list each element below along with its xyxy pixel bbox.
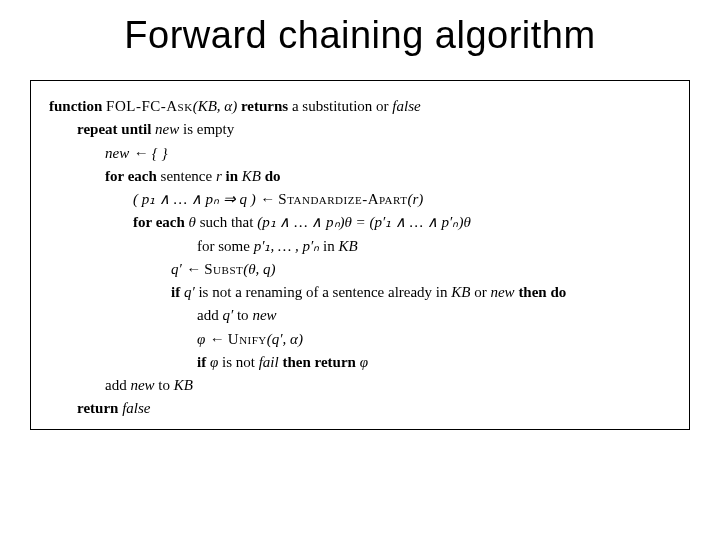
returns-desc: a substitution or xyxy=(292,98,389,114)
algo-line-14: return false xyxy=(49,397,677,420)
fn-name: FOL-FC-Ask xyxy=(106,98,193,114)
kw-repeat-until: repeat until xyxy=(77,121,151,137)
kw-return: return xyxy=(77,400,118,416)
assign-new-empty: new ← { } xyxy=(105,145,167,161)
txt-is-empty: is empty xyxy=(183,121,234,137)
algo-line-5: ( p₁ ∧ … ∧ pₙ ⇒ q ) ← Standardize-Apart(… xyxy=(49,188,677,211)
fn-subst: Subst xyxy=(204,261,243,277)
algo-line-9: if q′ is not a renaming of a sentence al… xyxy=(49,281,677,304)
unify-args: (q′, α) xyxy=(267,331,303,347)
txt-is-not: is not xyxy=(222,354,255,370)
txt-in-2: in xyxy=(323,238,335,254)
txt-add-1: add xyxy=(197,307,219,323)
txt-to-1: to xyxy=(237,307,249,323)
val-fail: fail xyxy=(259,354,279,370)
var-kb-2: KB xyxy=(338,238,357,254)
var-kb-1: KB xyxy=(242,168,261,184)
kw-for-each-1: for each xyxy=(105,168,157,184)
var-new-4: new xyxy=(130,377,154,393)
algo-line-13: add new to KB xyxy=(49,374,677,397)
algo-line-12: if φ is not fail then return φ xyxy=(49,351,677,374)
algorithm-box: function FOL-FC-Ask(KB, α) returns a sub… xyxy=(30,80,690,430)
txt-for-some: for some xyxy=(197,238,250,254)
kw-do-1: do xyxy=(265,168,281,184)
unify-equation: (p₁ ∧ … ∧ pₙ)θ = (p′₁ ∧ … ∧ p′ₙ)θ xyxy=(257,214,471,230)
fn-unify: Unify xyxy=(228,331,267,347)
vars-pprime: p′₁, … , p′ₙ xyxy=(254,238,320,254)
var-qprime: q′ xyxy=(184,284,195,300)
algo-line-6: for each θ such that (p₁ ∧ … ∧ pₙ)θ = (p… xyxy=(49,211,677,234)
algo-line-10: add q′ to new xyxy=(49,304,677,327)
var-kb-4: KB xyxy=(174,377,193,393)
val-false: false xyxy=(122,400,150,416)
kw-then-return: then return xyxy=(282,354,355,370)
algo-line-4: for each sentence r in KB do xyxy=(49,165,677,188)
txt-such-that: such that xyxy=(200,214,254,230)
kw-if-2: if xyxy=(197,354,206,370)
txt-not-renaming: is not a renaming of a sentence already … xyxy=(198,284,447,300)
subst-args: (θ, q) xyxy=(243,261,275,277)
var-kb-3: KB xyxy=(451,284,470,300)
var-phi-2: φ xyxy=(360,354,368,370)
returns-false: false xyxy=(392,98,420,114)
algo-line-1: function FOL-FC-Ask(KB, α) returns a sub… xyxy=(49,95,677,118)
var-new: new xyxy=(155,121,179,137)
fn-args: (KB, α) xyxy=(193,98,238,114)
kw-function: function xyxy=(49,98,102,114)
kw-returns: returns xyxy=(241,98,288,114)
var-new-3: new xyxy=(252,307,276,323)
var-phi: φ xyxy=(210,354,218,370)
slide: Forward chaining algorithm function FOL-… xyxy=(0,0,720,540)
kw-in-1: in xyxy=(226,168,239,184)
var-theta: θ xyxy=(189,214,196,230)
txt-sentence: sentence xyxy=(161,168,213,184)
implication-pattern: ( p₁ ∧ … ∧ pₙ ⇒ q ) ← xyxy=(133,191,275,207)
var-qprime-2: q′ xyxy=(222,307,233,323)
algo-line-2: repeat until new is empty xyxy=(49,118,677,141)
assign-phi: φ ← xyxy=(197,331,224,347)
txt-add-2: add xyxy=(105,377,127,393)
algo-line-8: q′ ← Subst(θ, q) xyxy=(49,258,677,281)
var-r: r xyxy=(216,168,222,184)
var-new-2: new xyxy=(490,284,514,300)
algo-line-11: φ ← Unify(q′, α) xyxy=(49,328,677,351)
kw-for-each-2: for each xyxy=(133,214,185,230)
fn-standardize-apart: Standardize-Apart xyxy=(278,191,407,207)
assign-qprime: q′ ← xyxy=(171,261,201,277)
txt-to-2: to xyxy=(158,377,170,393)
sa-args: (r) xyxy=(407,191,423,207)
kw-then-do: then do xyxy=(518,284,566,300)
txt-or: or xyxy=(474,284,487,300)
algo-line-7: for some p′₁, … , p′ₙ in KB xyxy=(49,235,677,258)
algo-line-3: new ← { } xyxy=(49,142,677,165)
slide-title: Forward chaining algorithm xyxy=(0,0,720,57)
kw-if-1: if xyxy=(171,284,180,300)
